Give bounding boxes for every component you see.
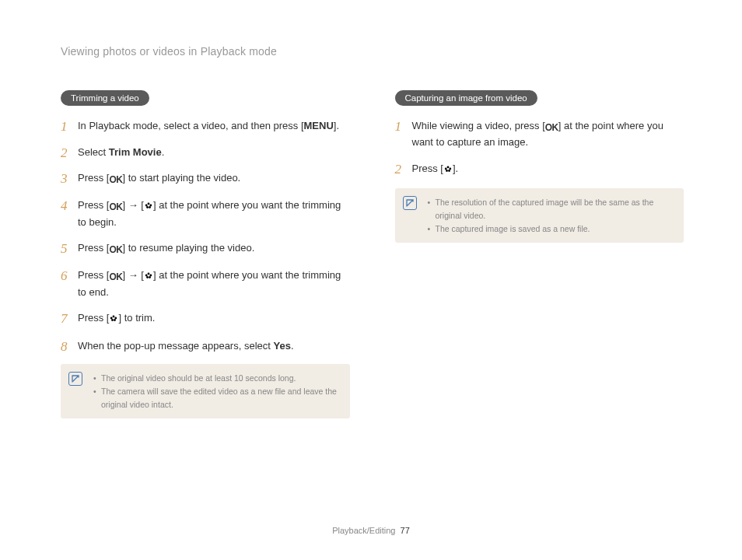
svg-point-15 [112,319,114,321]
step-item: In Playback mode, select a video, and th… [61,118,350,134]
svg-point-21 [446,170,448,172]
note-item: The resolution of the captured image wil… [428,196,675,222]
svg-point-13 [110,317,113,320]
svg-point-17 [113,317,114,319]
note-list-left: The original video should be at least 10… [93,372,341,411]
step-item: Press []. [395,161,684,178]
note-item: The original video should be at least 10… [93,372,341,385]
svg-point-16 [114,319,117,321]
step-item: Press [OK] → [] at the point where you w… [61,198,350,229]
step-item: Press [] to trim. [61,310,350,327]
note-box-left: The original video should be at least 10… [61,364,350,418]
ok-icon: OK [545,121,558,135]
note-list-right: The resolution of the captured image wil… [428,196,675,235]
note-icon [68,372,82,386]
svg-point-22 [448,170,450,172]
note-item: The captured image is saved as a new fil… [428,222,675,236]
flower-icon [109,312,118,327]
svg-point-12 [113,316,115,318]
svg-point-7 [145,275,148,277]
page-number: 77 [401,526,410,535]
ok-icon: OK [109,200,122,214]
svg-point-8 [149,275,152,277]
section-pill-trimming: Trimming a video [61,90,149,106]
step-item: Press [OK] to resume playing the video. [61,240,350,257]
footer-section: Playback/Editing [332,526,395,535]
content-columns: Trimming a video In Playback mode, selec… [61,90,684,418]
left-column: Trimming a video In Playback mode, selec… [61,90,350,418]
steps-list-left: In Playback mode, select a video, and th… [61,118,350,353]
step-item: Press [OK] to start playing the video. [61,170,350,187]
svg-point-23 [447,168,449,170]
section-pill-capturing: Capturing an image from video [395,90,537,106]
step-item: Select Trim Movie. [61,145,350,160]
flower-icon [443,163,453,178]
svg-point-4 [149,206,151,208]
svg-point-5 [148,205,149,206]
ok-icon: OK [109,173,122,187]
flower-icon [144,199,153,215]
step-item: While viewing a video, press [OK] at the… [395,118,684,150]
page-footer: Playback/Editing 77 [0,526,742,535]
svg-point-3 [146,206,149,208]
svg-point-11 [148,275,149,276]
svg-point-9 [146,276,149,278]
note-box-right: The resolution of the captured image wil… [395,188,684,243]
step-item: Press [OK] → [] at the point where you w… [61,268,350,299]
svg-point-0 [148,203,150,205]
steps-list-right: While viewing a video, press [OK] at the… [395,118,684,177]
page-header: Viewing photos or videos in Playback mod… [61,45,684,58]
svg-point-14 [115,317,117,320]
svg-point-19 [445,167,447,170]
svg-point-20 [449,167,451,170]
flower-icon [144,269,153,285]
ok-icon: OK [109,270,122,284]
right-column: Capturing an image from video While view… [395,90,684,418]
ok-icon: OK [109,243,122,257]
note-icon [403,196,417,210]
svg-point-10 [149,276,151,278]
note-item: The camera will save the edited video as… [93,385,341,411]
svg-point-1 [145,205,148,207]
svg-point-18 [447,166,450,168]
svg-point-2 [149,205,152,207]
step-item: When the pop-up message appears, select … [61,338,350,354]
svg-point-6 [148,273,150,275]
